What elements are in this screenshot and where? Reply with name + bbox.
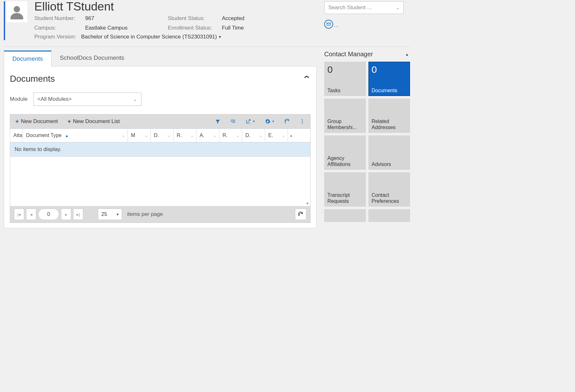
chevron-down-icon: ⌄ — [259, 133, 262, 138]
column-d2-label: D. — [245, 133, 250, 138]
tile-tasks-count: 0 — [327, 64, 363, 75]
column-r1-label: R. — [177, 133, 182, 138]
tile-extra-left[interactable] — [324, 209, 366, 222]
outdent-icon — [230, 119, 236, 124]
more-button[interactable] — [299, 119, 305, 124]
svg-point-2 — [302, 121, 303, 122]
column-e-label: E. — [268, 133, 273, 138]
column-attachment[interactable]: Atta — [10, 129, 23, 142]
pager-next[interactable]: ▸ — [61, 209, 71, 220]
tile-group-memberships[interactable]: Group Membershi... — [324, 99, 366, 133]
outdent-button[interactable] — [230, 119, 236, 124]
chevron-down-icon: ⌄ — [190, 133, 194, 138]
new-document-button[interactable]: + New Document — [15, 118, 58, 125]
no-items-message: No items to display. — [10, 142, 310, 157]
search-placeholder: Search Student ... — [328, 4, 372, 11]
contact-manager-collapse[interactable]: ▲ — [405, 52, 409, 56]
refresh-icon — [284, 119, 290, 124]
caret-down-icon: ▼ — [272, 120, 275, 123]
tile-contact-preferences[interactable]: Contact Preferences — [368, 172, 410, 207]
mail-icon — [326, 22, 331, 26]
more-vertical-icon — [299, 119, 305, 124]
column-e[interactable]: E.⌄ — [265, 129, 288, 142]
module-select[interactable]: <All Modules> ⌄ — [33, 93, 141, 106]
scroll-up[interactable]: ▲ — [288, 129, 294, 142]
contact-manager-title: Contact Manager — [324, 51, 373, 58]
pager-first[interactable]: |◂ — [14, 209, 24, 220]
chevron-down-icon: ⌄ — [133, 97, 137, 102]
filter-button[interactable] — [215, 119, 221, 124]
prev-page-icon: ◂ — [30, 212, 32, 217]
new-document-list-label: New Document List — [73, 118, 120, 125]
section-title: Documents — [10, 74, 55, 84]
search-student-dropdown[interactable]: Search Student ... ⌄ — [324, 1, 404, 14]
svg-point-0 — [14, 6, 20, 12]
export-button[interactable]: ▼ — [245, 119, 255, 124]
tab-documents[interactable]: Documents — [4, 51, 51, 66]
student-name: Elliott TStudent — [34, 0, 285, 13]
value-student-number: 967 — [85, 15, 168, 22]
pager-prev[interactable]: ◂ — [26, 209, 36, 220]
tile-transcript-requests[interactable]: Transcript Requests — [324, 172, 366, 207]
export-icon — [245, 119, 251, 124]
chevron-down-icon: ⌄ — [168, 133, 171, 138]
tile-documents[interactable]: 0 Documents — [368, 62, 410, 96]
tile-tasks[interactable]: 0 Tasks — [324, 62, 366, 96]
new-document-list-button[interactable]: + New Document List — [67, 118, 120, 125]
tile-documents-label: Documents — [372, 87, 407, 93]
pager-items-per-page-label: items per page — [127, 211, 163, 217]
pager-last[interactable]: ▸| — [73, 209, 83, 220]
pager-refresh[interactable] — [295, 209, 306, 220]
tile-contact-preferences-label: Contact Preferences — [372, 192, 407, 204]
mail-more-dots[interactable]: ... — [334, 22, 339, 28]
refresh-icon — [298, 211, 304, 217]
column-d1-label: D. — [154, 133, 159, 138]
refresh-button[interactable] — [284, 119, 290, 124]
svg-point-3 — [302, 123, 303, 124]
column-m-label: M — [131, 133, 135, 138]
column-m[interactable]: M⌄ — [128, 129, 151, 142]
tile-advisors[interactable]: Advisors — [368, 135, 410, 170]
svg-point-1 — [302, 119, 303, 120]
tile-advisors-label: Advisors — [372, 161, 407, 167]
pager-page-input[interactable] — [38, 209, 59, 220]
label-campus: Campus: — [34, 25, 85, 31]
grid-scrollbar[interactable]: ▼ — [305, 142, 310, 206]
tile-extra-right[interactable] — [368, 209, 410, 222]
tile-related-addresses[interactable]: Related Addresses — [368, 99, 410, 133]
chevron-down-icon: ⌄ — [282, 133, 285, 138]
column-d1[interactable]: D.⌄ — [151, 129, 174, 142]
tile-agency-affiliations[interactable]: Agency Affiliations — [324, 135, 366, 170]
mail-button[interactable] — [324, 20, 333, 29]
value-campus: Eastlake Campus — [85, 25, 168, 31]
column-d2[interactable]: D.⌄ — [242, 129, 265, 142]
settings-button[interactable]: ▼ — [265, 119, 275, 124]
caret-down-icon: ▼ — [218, 35, 222, 39]
pager-pagesize-select[interactable]: 25 ▼ — [98, 209, 122, 220]
column-document-type-label: Document Type — [26, 133, 62, 138]
tabs: Documents SchoolDocs Documents — [4, 51, 317, 66]
column-a-label: A. — [200, 133, 204, 138]
column-r2[interactable]: R.⌄ — [219, 129, 242, 142]
filter-icon — [215, 119, 221, 124]
tile-related-addresses-label: Related Addresses — [372, 118, 407, 130]
chevron-up-icon: ⌃ — [302, 75, 311, 83]
column-r1[interactable]: R.⌄ — [174, 129, 196, 142]
tile-transcript-requests-label: Transcript Requests — [327, 192, 363, 204]
tab-schooldocs[interactable]: SchoolDocs Documents — [51, 51, 133, 66]
column-a[interactable]: A.⌄ — [196, 129, 219, 142]
collapse-toggle[interactable]: ⌃ — [302, 73, 311, 84]
first-page-icon: |◂ — [17, 212, 21, 217]
column-document-type[interactable]: Document Type ▲ ⌄ — [23, 129, 128, 142]
program-version-dropdown[interactable]: Bachelor of Science in Computer Science … — [81, 34, 222, 40]
value-program-version: Bachelor of Science in Computer Science … — [81, 34, 217, 40]
tile-group-memberships-label: Group Membershi... — [327, 118, 363, 130]
tile-agency-affiliations-label: Agency Affiliations — [327, 155, 363, 167]
chevron-down-icon: ⌄ — [122, 133, 125, 138]
column-attachment-label: Atta — [13, 133, 22, 138]
label-program-version: Program Version: — [34, 34, 76, 40]
chevron-down-icon: ⌄ — [396, 5, 400, 10]
scroll-down-icon: ▼ — [306, 202, 310, 205]
caret-down-icon: ▼ — [116, 213, 119, 216]
value-enrollment-status: Full Time — [222, 25, 285, 31]
